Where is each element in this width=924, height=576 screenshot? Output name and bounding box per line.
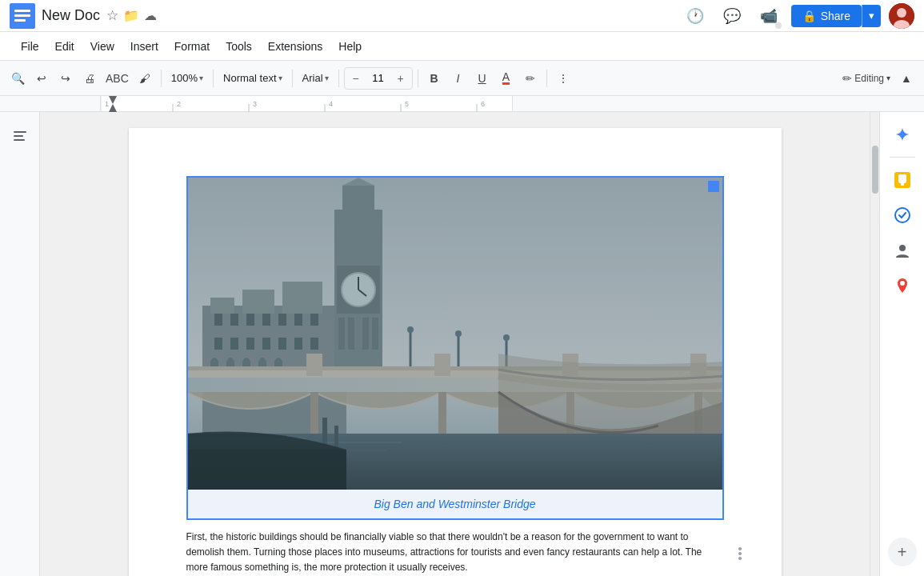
toolbar: 🔍 ↩ ↪ 🖨 ABC 🖌 100% ▾ Normal text ▾ Arial… — [0, 61, 924, 96]
outline-toggle-button[interactable] — [6, 122, 34, 150]
menu-edit[interactable]: Edit — [47, 37, 82, 56]
menu-format[interactable]: Format — [166, 37, 218, 56]
undo-button[interactable]: ↩ — [30, 67, 53, 90]
paragraph-options-button[interactable] — [738, 547, 742, 560]
gemini-sidebar-button[interactable] — [886, 118, 918, 150]
collapse-toolbar-button[interactable]: ▲ — [895, 67, 918, 90]
svg-point-86 — [899, 245, 906, 251]
cloud-icon[interactable]: ☁ — [144, 8, 157, 23]
menu-tools[interactable]: Tools — [218, 37, 260, 56]
comment-button[interactable]: 💬 — [718, 2, 746, 30]
divider-3 — [292, 70, 293, 87]
svg-point-5 — [897, 8, 906, 18]
svg-text:4: 4 — [329, 100, 333, 108]
add-icon: + — [898, 543, 907, 562]
document-area[interactable]: Big Ben and Westminster Bridge First, th… — [40, 112, 870, 576]
svg-rect-26 — [14, 139, 25, 141]
meet-button[interactable]: 📹 — [754, 2, 783, 30]
editing-arrow: ▾ — [886, 74, 890, 82]
ruler-right — [513, 96, 924, 111]
italic-button[interactable]: I — [447, 67, 470, 90]
scrollbar[interactable] — [870, 112, 879, 576]
title-icons: ☆ 📁 ☁ — [106, 7, 157, 24]
print-button[interactable]: 🖨 — [78, 67, 101, 90]
menu-view[interactable]: View — [82, 37, 122, 56]
svg-rect-82 — [188, 178, 722, 490]
svg-text:6: 6 — [481, 100, 485, 108]
font-size-increase-button[interactable]: + — [390, 67, 412, 90]
comment-icon: 💬 — [723, 7, 741, 25]
body-paragraph[interactable]: First, the historic buildings should be … — [186, 530, 724, 576]
svg-rect-84 — [901, 183, 904, 186]
menu-bar: File Edit View Insert Format Tools Exten… — [0, 32, 924, 61]
highlight-icon: ✏ — [526, 72, 535, 85]
zoom-select[interactable]: 100% ▾ — [166, 67, 208, 90]
font-select[interactable]: Arial ▾ — [298, 67, 334, 90]
svg-text:5: 5 — [405, 100, 409, 108]
svg-rect-3 — [14, 19, 26, 22]
menu-help[interactable]: Help — [330, 37, 370, 56]
image-resize-handle[interactable] — [708, 181, 719, 192]
text-color-label: A — [502, 71, 510, 85]
image-block[interactable]: Big Ben and Westminster Bridge — [186, 176, 724, 520]
font-size-control: − 11 + — [344, 67, 413, 90]
share-button[interactable]: 🔒 Share — [791, 5, 862, 27]
style-label: Normal text — [223, 72, 276, 84]
share-dropdown-button[interactable]: ▾ — [862, 5, 881, 27]
svg-text:3: 3 — [253, 100, 257, 108]
ruler-left-margin — [0, 96, 100, 111]
svg-marker-22 — [109, 104, 117, 112]
underline-label: U — [478, 72, 486, 85]
ruler-main: 1 2 3 4 5 6 7 — [100, 96, 513, 111]
doc-title[interactable]: New Doc — [42, 7, 100, 24]
redo-button[interactable]: ↪ — [54, 67, 77, 90]
history-button[interactable]: 🕐 — [681, 2, 710, 30]
bold-label: B — [430, 72, 438, 85]
zoom-arrow: ▾ — [199, 74, 203, 82]
image-caption: Big Ben and Westminster Bridge — [188, 490, 722, 518]
contacts-sidebar-button[interactable] — [886, 234, 918, 266]
avatar[interactable] — [889, 3, 914, 29]
divider-6 — [546, 70, 547, 87]
menu-extensions[interactable]: Extensions — [260, 37, 330, 56]
underline-button[interactable]: U — [471, 67, 494, 90]
style-select[interactable]: Normal text ▾ — [218, 67, 286, 90]
app-icon[interactable] — [10, 3, 35, 29]
add-sidebar-button[interactable]: + — [888, 538, 917, 566]
bold-button[interactable]: B — [423, 67, 446, 90]
search-button[interactable]: 🔍 — [6, 67, 29, 90]
paint-format-button[interactable]: 🖌 — [134, 67, 156, 90]
header-right: 🕐 💬 📹 🔒 Share ▾ — [681, 2, 914, 30]
more-options-button[interactable]: ⋮ — [552, 67, 574, 90]
font-size-decrease-button[interactable]: − — [345, 67, 367, 90]
left-panel — [0, 112, 40, 576]
keep-sidebar-button[interactable] — [886, 164, 918, 196]
folder-icon[interactable]: 📁 — [123, 8, 139, 23]
share-button-group: 🔒 Share ▾ — [791, 5, 881, 27]
tasks-sidebar-button[interactable] — [886, 199, 918, 231]
scrollbar-thumb[interactable] — [872, 146, 878, 194]
divider-4 — [338, 70, 339, 87]
text-color-button[interactable]: A — [495, 67, 518, 90]
font-arrow: ▾ — [325, 74, 329, 82]
spell-check-button[interactable]: ABC — [102, 67, 132, 90]
svg-point-87 — [900, 281, 905, 286]
maps-sidebar-button[interactable] — [886, 270, 918, 302]
svg-text:1: 1 — [105, 100, 109, 108]
history-icon: 🕐 — [686, 7, 704, 25]
menu-insert[interactable]: Insert — [122, 37, 166, 56]
svg-rect-2 — [14, 14, 30, 17]
editing-icon: ✏ — [842, 72, 852, 85]
divider-2 — [213, 70, 214, 87]
zoom-value: 100% — [171, 72, 198, 84]
font-size-value[interactable]: 11 — [367, 72, 390, 84]
divider-1 — [161, 70, 162, 87]
star-icon[interactable]: ☆ — [106, 7, 118, 24]
highlight-button[interactable]: ✏ — [519, 67, 542, 90]
svg-rect-1 — [14, 10, 30, 12]
ruler: 1 2 3 4 5 6 7 — [0, 96, 924, 112]
lock-icon: 🔒 — [802, 10, 816, 22]
editing-mode-button[interactable]: ✏ Editing ▾ — [839, 67, 894, 90]
svg-marker-21 — [109, 96, 117, 104]
menu-file[interactable]: File — [13, 37, 47, 56]
